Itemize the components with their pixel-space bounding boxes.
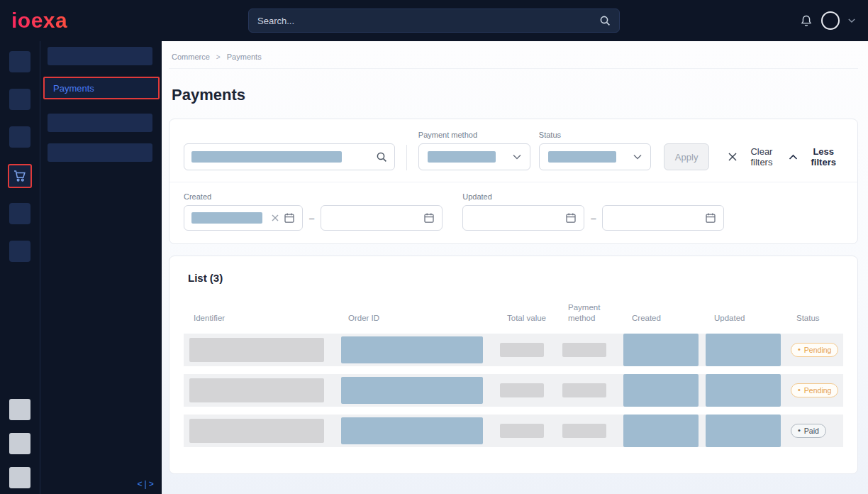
updated-label: Updated <box>462 192 724 201</box>
updated-placeholder <box>706 334 781 366</box>
calendar-icon[interactable] <box>565 212 577 224</box>
calendar-icon[interactable] <box>423 212 435 224</box>
breadcrumb-payments[interactable]: Payments <box>227 53 262 61</box>
user-avatar[interactable] <box>821 11 840 30</box>
rail-bottom-item-2[interactable] <box>9 433 30 454</box>
icon-rail <box>0 41 40 494</box>
search-icon <box>599 15 611 26</box>
calendar-icon[interactable] <box>284 212 295 224</box>
panel-collapse-icon[interactable]: <|> <box>137 480 155 490</box>
clear-filters-label: Clear filters <box>742 146 780 168</box>
payment-method-placeholder <box>562 383 606 397</box>
identifier-placeholder <box>189 419 324 443</box>
total-value-placeholder <box>500 343 544 357</box>
identifier-placeholder <box>189 338 324 362</box>
topbar: ioexa Search... <box>0 0 868 41</box>
column-updated: Updated <box>704 313 786 324</box>
date-range-dash: – <box>309 213 314 224</box>
filter-divider <box>406 145 407 170</box>
table-row[interactable]: • Paid <box>184 415 843 447</box>
user-menu-caret-icon[interactable] <box>848 17 855 24</box>
table-row[interactable]: • Pending <box>184 374 843 407</box>
sidebar-item-1[interactable] <box>48 47 152 65</box>
main-content: Commerce > Payments Payments <box>162 41 868 494</box>
column-order-id: Order ID <box>338 313 497 324</box>
close-icon <box>728 152 738 162</box>
order-id-placeholder <box>341 417 483 444</box>
chevron-down-icon <box>513 154 521 160</box>
sidebar-item-3[interactable] <box>48 114 152 132</box>
less-filters-button[interactable]: Less filters <box>789 143 843 170</box>
rail-nav-item-3[interactable] <box>9 126 30 148</box>
rail-nav-commerce-highlighted[interactable] <box>8 164 32 188</box>
rail-bottom-item-1[interactable] <box>9 399 30 420</box>
rail-nav-item-2[interactable] <box>9 89 30 110</box>
app-logo[interactable]: ioexa <box>11 9 67 33</box>
rail-nav-item-6[interactable] <box>9 241 30 262</box>
status-dot-icon: • <box>798 386 801 394</box>
list-card: List (3) Identifier Order ID Total value… <box>169 256 858 474</box>
updated-from-date-input[interactable] <box>462 205 584 231</box>
filter-search-value-placeholder <box>191 151 342 163</box>
status-dot-icon: • <box>798 346 801 353</box>
filters-card: Payment method Status <box>169 119 858 244</box>
column-total-value: Total value <box>497 313 558 324</box>
created-from-value-placeholder <box>191 212 262 224</box>
created-from-date-input[interactable] <box>184 205 303 231</box>
sidebar-item-4[interactable] <box>48 143 152 162</box>
table-row[interactable]: • Pending <box>184 334 843 366</box>
search-icon <box>376 151 387 163</box>
payment-method-label: Payment method <box>418 131 530 139</box>
payment-method-placeholder <box>562 424 606 438</box>
filter-search-input[interactable] <box>184 143 395 170</box>
app-window: ioexa Search... <box>0 0 868 494</box>
total-value-placeholder <box>500 383 544 397</box>
chevron-up-icon <box>789 154 798 160</box>
updated-placeholder <box>706 374 781 407</box>
sidebar-item-payments-active[interactable]: Payments <box>43 77 160 99</box>
created-placeholder <box>623 334 699 366</box>
payment-method-value-placeholder <box>428 151 496 163</box>
status-badge: • Paid <box>791 424 826 438</box>
apply-button[interactable]: Apply <box>664 143 710 170</box>
breadcrumb-separator: > <box>216 53 221 61</box>
status-badge: • Pending <box>791 383 838 397</box>
order-id-placeholder <box>341 336 483 363</box>
created-placeholder <box>623 415 699 447</box>
cart-icon <box>13 169 27 183</box>
clear-filters-button[interactable]: Clear filters <box>728 143 780 170</box>
total-value-placeholder <box>500 424 544 438</box>
rail-nav-item-5[interactable] <box>9 203 30 224</box>
updated-to-date-input[interactable] <box>602 205 724 231</box>
status-badge: • Pending <box>791 343 838 357</box>
created-placeholder <box>623 374 699 407</box>
payment-method-select[interactable] <box>418 143 530 170</box>
status-dot-icon: • <box>798 427 801 434</box>
list-title: List (3) <box>188 272 843 284</box>
created-to-date-input[interactable] <box>321 205 443 231</box>
sidebar-item-payments-label: Payments <box>53 83 94 94</box>
notifications-bell-icon[interactable] <box>800 14 813 28</box>
topbar-actions <box>800 11 855 30</box>
page-title: Payments <box>172 86 858 104</box>
rail-nav-item-1[interactable] <box>9 51 30 72</box>
rail-bottom-item-3[interactable] <box>9 467 30 488</box>
global-search-input[interactable]: Search... <box>248 9 620 33</box>
filters-row-divider <box>169 182 857 182</box>
status-value-placeholder <box>548 151 616 163</box>
breadcrumb-commerce[interactable]: Commerce <box>172 53 210 61</box>
status-label: Status <box>539 131 651 139</box>
identifier-placeholder <box>189 378 324 402</box>
status-select[interactable] <box>539 143 651 170</box>
breadcrumb: Commerce > Payments <box>169 41 858 69</box>
created-label: Created <box>184 192 443 201</box>
chevron-down-icon <box>633 154 642 160</box>
column-payment-method: Payment method <box>558 302 622 324</box>
date-range-dash: – <box>591 213 596 224</box>
payment-method-placeholder <box>562 343 606 357</box>
calendar-icon[interactable] <box>705 212 716 224</box>
table-header: Identifier Order ID Total value Payment … <box>184 302 843 324</box>
updated-placeholder <box>706 415 781 447</box>
less-filters-label: Less filters <box>803 146 843 168</box>
clear-date-icon[interactable] <box>272 214 279 221</box>
